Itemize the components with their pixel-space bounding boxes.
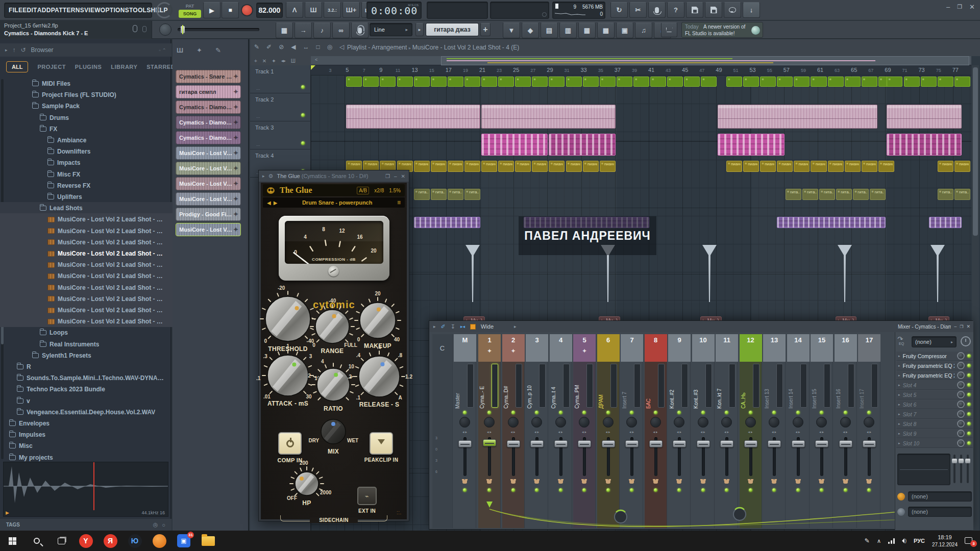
slip-tool-icon[interactable]: ↔ bbox=[303, 43, 309, 51]
release-s-knob[interactable]: .1.2.4.6.81.2ARELEASE - S bbox=[345, 342, 413, 411]
strip-pan-knob[interactable] bbox=[864, 417, 874, 428]
slot-arrow-icon[interactable]: ▸ bbox=[898, 383, 900, 387]
mixer-strip-8[interactable]: 8БАС◂ ▸ bbox=[645, 334, 667, 528]
snap-selector[interactable]: Line▸ bbox=[370, 23, 412, 36]
pattern-clip[interactable]: ≡ bbox=[904, 77, 920, 87]
pattern-clip[interactable]: ≡ bbox=[633, 77, 649, 87]
comp-in-button[interactable] bbox=[278, 432, 302, 455]
tree-folder[interactable]: Vengeance.Essential.Deep.House.Vol.2.WAV bbox=[5, 407, 164, 418]
pattern-clip[interactable]: ≡ bbox=[414, 77, 430, 87]
tree-folder[interactable]: Misc bbox=[5, 440, 164, 452]
mixer-strip-1[interactable]: 1✦Cyma..- E◂ ▸ bbox=[478, 334, 501, 528]
pattern-item[interactable]: MusiCore - Lost Vol 2..✦ bbox=[176, 162, 241, 175]
picker-piano-icon[interactable]: Ш bbox=[177, 46, 183, 54]
tree-folder[interactable]: Sounds.To.Sample.Mini..I.Techno.WAV-DYNA… bbox=[5, 372, 164, 384]
pattern-clip[interactable]: ≡ bbox=[532, 77, 548, 87]
strip-plug-icon[interactable] bbox=[534, 480, 539, 484]
tree-sample[interactable]: MusiCore - Lost Vol 2 Lead Shot - 10 (G#… bbox=[5, 316, 164, 327]
menu-item-edit[interactable]: EDIT bbox=[22, 7, 37, 14]
pattern-clip[interactable]: ≡гита..аз bbox=[464, 189, 480, 200]
strip-plug-icon[interactable] bbox=[462, 480, 467, 484]
picker-move-icon[interactable]: ✦ bbox=[197, 46, 202, 54]
tab-library[interactable]: LIBRARY bbox=[111, 64, 137, 70]
strip-sep-arrows[interactable]: ◂ ▸ bbox=[668, 430, 690, 434]
strip-plug-icon[interactable] bbox=[867, 480, 871, 484]
transient-clip[interactable] bbox=[702, 245, 717, 302]
strip-fx-led[interactable] bbox=[535, 488, 538, 492]
preview-tool-icon[interactable]: ◁ bbox=[339, 43, 344, 51]
strip-fx-led[interactable] bbox=[487, 488, 491, 492]
pattern-clip[interactable]: ≡гита..аз bbox=[786, 189, 801, 200]
strip-plug-icon[interactable] bbox=[677, 480, 681, 484]
audio-clip[interactable] bbox=[481, 105, 616, 129]
strip-mute-led[interactable] bbox=[535, 411, 538, 414]
slot-enable-led[interactable] bbox=[967, 354, 971, 358]
fx-slot-10[interactable]: ▸Slot 10 bbox=[896, 439, 973, 448]
strip-sep-arrows[interactable]: ◂ ▸ bbox=[835, 430, 856, 434]
tree-folder[interactable]: Sylenth1 Presets bbox=[5, 350, 164, 361]
pattern-clip[interactable]: ≡ bbox=[828, 77, 844, 87]
minimap-view-handle[interactable] bbox=[441, 56, 969, 65]
strip-pan-knob[interactable] bbox=[626, 417, 637, 428]
track-header[interactable]: Track 2... bbox=[250, 93, 311, 121]
pattern-item[interactable]: Cymatics - Diamonds..✦ bbox=[176, 116, 241, 129]
transient-clip[interactable] bbox=[465, 245, 480, 302]
strip-pan-knob[interactable] bbox=[721, 417, 732, 428]
step-arrow-icon[interactable]: → bbox=[295, 22, 312, 38]
wait-input-icon[interactable]: Ш bbox=[305, 2, 322, 18]
master-volume-knob[interactable] bbox=[159, 23, 172, 36]
strip-meter[interactable] bbox=[467, 364, 474, 408]
typing-grid-icon[interactable]: ▦ bbox=[276, 22, 293, 38]
midi-clip-violet[interactable] bbox=[929, 217, 962, 228]
strip-fx-led[interactable] bbox=[559, 488, 562, 492]
strip-fader-handle[interactable] bbox=[578, 440, 591, 447]
strip-sep-arrows[interactable]: ◂ ▸ bbox=[526, 430, 548, 434]
slot-mix-knob[interactable] bbox=[957, 400, 965, 408]
pattern-clip[interactable]: ≡ bbox=[380, 77, 396, 87]
strip-plug-icon[interactable] bbox=[629, 480, 634, 484]
strip-header[interactable]: 1✦ bbox=[478, 334, 501, 362]
help-icon[interactable]: ? bbox=[667, 2, 684, 18]
menu-item-tools[interactable]: TOOLS bbox=[129, 7, 151, 14]
slot-mix-knob[interactable] bbox=[957, 352, 965, 360]
strip-mute-led[interactable] bbox=[772, 411, 776, 414]
slot-arrow-icon[interactable]: ▸ bbox=[898, 432, 900, 436]
mixer-strip-17[interactable]: 17Insert 17◂ ▸ bbox=[858, 334, 880, 528]
strip-plug-icon[interactable] bbox=[796, 480, 800, 484]
strip-fx-led[interactable] bbox=[511, 488, 515, 492]
mixer-dock-icon[interactable]: ↧ bbox=[451, 323, 455, 330]
tab-plugins[interactable]: PLUGINS bbox=[75, 64, 102, 70]
clock-icon[interactable] bbox=[961, 336, 971, 346]
fx-eq-preview[interactable] bbox=[897, 454, 950, 485]
pattern-move-icon[interactable]: ✦ bbox=[233, 165, 238, 172]
wave-tool-icon[interactable]: ✦ bbox=[272, 58, 276, 64]
shop-button[interactable] bbox=[661, 22, 677, 37]
pattern-clip[interactable]: ≡ bbox=[549, 77, 565, 87]
slot-mix-knob[interactable] bbox=[957, 362, 965, 369]
strip-meter[interactable] bbox=[516, 364, 522, 408]
menu-item-view[interactable]: VIEW bbox=[84, 7, 101, 14]
pattern-clip[interactable]: ≡ bbox=[667, 77, 683, 87]
time-display[interactable]: 0:00:00 M:S:CS bbox=[366, 2, 422, 19]
pattern-clip[interactable]: ≡пиано bbox=[726, 161, 742, 172]
pattern-item[interactable]: Cymatics - Diamonds..✦ bbox=[176, 131, 241, 144]
pattern-clip[interactable]: ≡пиано bbox=[566, 161, 582, 172]
midi-clip-violet[interactable] bbox=[777, 217, 886, 228]
playhead-marker[interactable] bbox=[311, 65, 315, 70]
strip-sep-arrows[interactable]: ◂ ▸ bbox=[454, 430, 476, 434]
peakclip-in-button[interactable] bbox=[370, 432, 393, 455]
plugin-icon[interactable]: ▣ bbox=[616, 22, 633, 38]
maximize-button[interactable]: ❐ bbox=[957, 4, 962, 10]
pattern-clip[interactable]: ≡ bbox=[464, 77, 480, 87]
pattern-move-icon[interactable]: ✦ bbox=[233, 211, 238, 218]
tree-folder[interactable]: Real Instruments bbox=[5, 339, 164, 350]
sample-preview[interactable]: ▶ 44.1kHz 16 bbox=[3, 462, 168, 517]
strip-meter[interactable] bbox=[705, 364, 712, 408]
pattern-clip[interactable]: ≡гита..аз bbox=[431, 189, 447, 200]
mixer-strip-13[interactable]: 13Insert 13◂ ▸ bbox=[763, 334, 786, 528]
browser-menu-icon[interactable]: ▫ ⌃ bbox=[159, 47, 166, 53]
plugin-titlebar[interactable]: ▸ ⚙ The Glue (Cymatics - Snare 10 - D#) … bbox=[259, 170, 409, 182]
song-mode-button[interactable]: SONG bbox=[179, 10, 201, 18]
slot-enable-led[interactable] bbox=[967, 373, 971, 377]
pattern-clip[interactable]: ≡пиано bbox=[481, 161, 497, 172]
